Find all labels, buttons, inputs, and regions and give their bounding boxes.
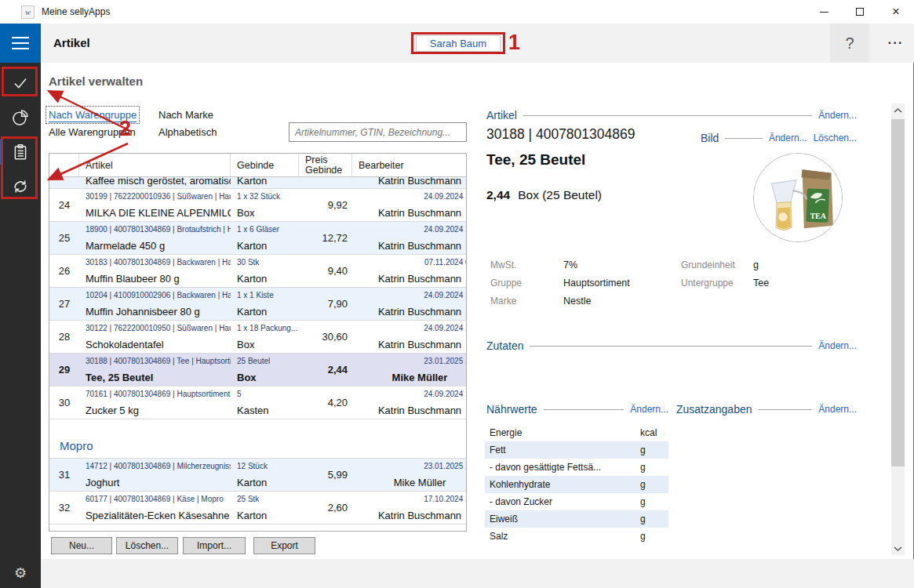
naehrwert-row: Fettg xyxy=(485,441,668,459)
tea-label-text: TEA xyxy=(810,212,826,220)
gruppe-label: Gruppe xyxy=(490,278,522,289)
table-row[interactable]: 31 14712 | 4007801304869 | Milcherzeugni… xyxy=(49,459,467,492)
detail-scrollbar[interactable] xyxy=(891,103,905,555)
scroll-up-icon[interactable] xyxy=(891,103,905,117)
naehrwert-row: Eiweißg xyxy=(485,510,668,528)
column-header-preis-gebinde[interactable]: Preis Gebinde xyxy=(299,154,352,176)
filter-all-warengruppen[interactable]: Alle Warengruppen xyxy=(49,126,136,138)
table-row[interactable]: 32 60177 | 4007801304869 | Käse | MoproS… xyxy=(49,492,467,524)
gruppe-value: Hauptsortiment xyxy=(563,278,630,289)
table-row-selected[interactable]: 29 30188 | 4007801304869 | Tee | Hauptso… xyxy=(49,354,467,387)
article-price-line: 2,44Box (25 Beutel) xyxy=(486,188,602,202)
section-heading: Artikel verwalten xyxy=(49,74,143,88)
naehrwert-row: Kohlenhydrateg xyxy=(485,476,668,493)
table-row[interactable]: 24 30199 | 7622200010936 | Süßwaren | Ha… xyxy=(49,189,467,222)
filter-alphabetisch[interactable]: Alphabetisch xyxy=(158,126,217,138)
footer-strip xyxy=(41,559,914,588)
untergruppe-label: Untergruppe xyxy=(681,278,734,289)
zusatzangaben-title: Zusatzangaben xyxy=(676,403,752,416)
tab-by-warengruppe[interactable]: Nach Warengruppe xyxy=(46,106,140,124)
table-row-clipped[interactable]: Kaffee misch geröstet, aromatisch,... Ka… xyxy=(49,177,466,189)
table-header-row: Artikel Gebinde Preis Gebinde Bearbeiter xyxy=(49,154,467,177)
scroll-down-icon[interactable] xyxy=(891,542,905,555)
column-header-artikel[interactable]: Artikel xyxy=(79,154,231,176)
zutaten-title: Zutaten xyxy=(486,339,523,352)
zusatzangaben-change-link[interactable]: Ändern... xyxy=(818,404,857,415)
artikel-change-link[interactable]: Ändern... xyxy=(818,110,857,121)
page-title: Artikel xyxy=(53,36,90,49)
sidebar: ⚙ xyxy=(0,63,41,588)
article-price: 2,44 xyxy=(486,188,510,201)
detail-section-naehrwerte: Nährwerte Ändern... xyxy=(486,403,668,416)
article-table: Artikel Gebinde Preis Gebinde Bearbeiter… xyxy=(49,153,467,532)
search-input[interactable] xyxy=(289,122,467,142)
naehrwerte-title: Nährwerte xyxy=(486,403,537,416)
bild-change-link[interactable]: Ändern... xyxy=(769,132,807,143)
export-button[interactable]: Export xyxy=(253,537,315,554)
user-account-button[interactable]: Sarah Baum xyxy=(416,35,501,52)
table-group-header: Mopro xyxy=(49,419,467,459)
sidebar-item-statistics[interactable] xyxy=(0,100,41,135)
maximize-icon xyxy=(856,8,864,16)
maximize-button[interactable] xyxy=(842,0,878,24)
grundeinheit-label: Grundeinheit xyxy=(681,260,735,270)
table-row[interactable]: 25 18900 | 4007801304869 | Brotaufstrich… xyxy=(49,222,467,255)
column-header-gebinde[interactable]: Gebinde xyxy=(231,154,299,176)
bild-title: Bild xyxy=(701,132,719,144)
zutaten-change-link[interactable]: Ändern... xyxy=(818,340,857,351)
refresh-icon xyxy=(12,178,29,195)
marke-label: Marke xyxy=(490,296,516,307)
naehrwert-row: - davon Zuckerg xyxy=(485,493,668,510)
sidebar-item-tasks[interactable] xyxy=(0,66,41,100)
detail-artikel-title: Artikel xyxy=(486,109,517,122)
close-button[interactable]: × xyxy=(878,0,914,24)
pie-chart-icon xyxy=(12,109,29,126)
help-button[interactable]: ? xyxy=(830,24,869,63)
window-title: Meine sellyApps xyxy=(42,6,110,17)
tab-by-marke[interactable]: Nach Marke xyxy=(158,109,213,121)
checkmark-icon xyxy=(12,74,29,92)
article-image[interactable]: TEA xyxy=(753,153,843,242)
naehrwerte-change-link[interactable]: Ändern... xyxy=(630,404,668,415)
mwst-value: 7% xyxy=(563,260,577,270)
app-window: w Meine sellyApps × Artikel Sarah Baum ?… xyxy=(0,0,914,588)
sidebar-item-articles[interactable] xyxy=(0,135,41,169)
table-row[interactable]: 30 70161 | 4007801304869 | Hauptsortimen… xyxy=(49,387,467,419)
sidebar-item-settings[interactable]: ⚙ xyxy=(0,558,41,588)
article-price-unit: Box (25 Beutel) xyxy=(518,188,602,201)
detail-section-artikel: Artikel Ändern... xyxy=(486,109,857,122)
delete-button[interactable]: Löschen... xyxy=(116,537,178,554)
table-row[interactable]: 27 10204 | 4100910002906 | Backwaren | H… xyxy=(49,288,467,321)
article-name: Tee, 25 Beutel xyxy=(486,151,585,169)
sidebar-item-sync[interactable] xyxy=(0,169,41,204)
minimize-icon xyxy=(820,12,828,13)
minimize-button[interactable] xyxy=(806,0,842,24)
column-header-bearbeiter[interactable]: Bearbeiter xyxy=(352,154,467,176)
clipboard-icon xyxy=(12,143,29,161)
titlebar: w Meine sellyApps × xyxy=(0,0,914,24)
mwst-label: MwSt. xyxy=(490,260,516,270)
grundeinheit-value: g xyxy=(753,260,759,270)
app-logo-icon: w xyxy=(21,5,35,19)
active-nav-indicator xyxy=(0,140,3,165)
scrollbar-thumb[interactable] xyxy=(891,119,905,466)
table-row[interactable]: 26 30183 | 4007801304869 | Backwaren | H… xyxy=(49,255,467,288)
untergruppe-value: Tee xyxy=(753,278,769,289)
more-options-button[interactable]: ··· xyxy=(877,24,914,63)
table-row[interactable]: 28 30122 | 7622200010950 | Süßwaren | Ha… xyxy=(49,321,467,354)
naehrwert-row: Energiekcal xyxy=(485,424,668,441)
naehrwert-row: Salzg xyxy=(485,528,668,545)
hamburger-icon xyxy=(12,37,29,38)
gear-icon: ⚙ xyxy=(14,564,27,582)
article-number: 30188 | 4007801304869 xyxy=(486,126,635,143)
marke-value: Nestle xyxy=(563,296,591,307)
tea-product-image: TEA xyxy=(754,154,842,241)
new-button[interactable]: Neu... xyxy=(51,537,112,554)
detail-section-zutaten: Zutaten Ändern... xyxy=(486,339,857,352)
detail-section-zusatzangaben: Zusatzangaben Ändern... xyxy=(676,403,857,416)
import-button[interactable]: Import... xyxy=(183,537,246,554)
bild-delete-link[interactable]: Löschen... xyxy=(814,132,857,143)
naehrwerte-table: Energiekcal Fettg - davon gesättigte Fet… xyxy=(485,424,668,545)
menu-button[interactable] xyxy=(0,24,41,63)
naehrwert-row: - davon gesättigte Fettsä...g xyxy=(485,459,668,476)
